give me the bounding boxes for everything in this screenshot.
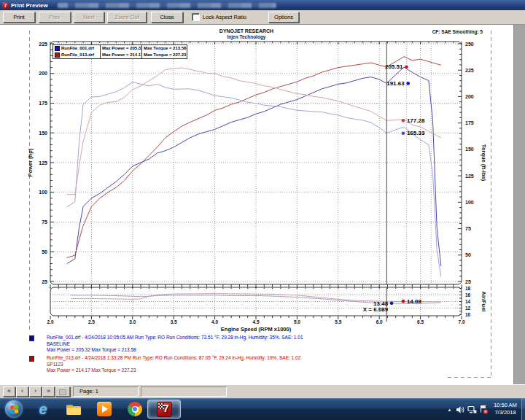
lock-aspect-ratio-checkbox[interactable] [192,13,200,21]
curve-runfile_001-drf-power [67,67,441,266]
power-tick-label: 125 [39,160,47,166]
rpm-tick-label: 4.0 [211,319,218,324]
marker-label: 165.33 [407,130,425,136]
taskbar-media-player[interactable] [92,400,117,419]
marker-label: 191.63 [386,80,405,87]
rpm-tick-label: 5.0 [294,319,300,324]
volume-icon[interactable] [456,405,465,414]
legend-swatch-blue [55,46,60,51]
last-page-button[interactable]: » [42,386,55,397]
show-desktop-button[interactable] [521,398,525,420]
legend-torque-2: Max Torque = 227.23 [141,52,187,58]
torque-tick-label: 225 [465,68,474,73]
marker-dot [390,302,394,306]
taskbar: 10:50 AM 7/3/2018 [0,398,525,420]
app-icon [2,2,9,9]
curve-runfile_013-drf-power [67,57,441,258]
page-number-panel: Page: 1 [73,386,139,397]
af-tick-label: 16 [465,292,471,298]
af-tick-label: 18 [465,286,471,291]
run2-color-swatch [29,356,34,362]
taskbar-windows-explorer[interactable] [61,400,86,419]
close-button[interactable]: Close [151,12,183,23]
torque-tick-label: 100 [465,200,474,205]
start-button[interactable] [1,400,26,419]
power-tick-label: 100 [39,190,47,195]
zoom-out-button: Zoom Out [107,12,147,23]
toolbar: Print Prev Next Zoom Out Close Lock Aspe… [0,10,525,25]
legend-row-run1: RunFile_001.drf Max Power = 205.32 Max T… [53,45,187,52]
titlebar[interactable]: Print Preview [0,0,525,10]
marker-label: 205.51 [385,63,403,70]
dynojet-winpep-icon [157,402,172,417]
rpm-tick-label: 2.5 [88,319,95,324]
show-hidden-icons-button[interactable] [445,405,454,414]
rpm-tick-label: 3.0 [129,319,136,324]
legend-power-1: Max Power = 205.32 [100,45,141,52]
print-icon-button [55,386,70,397]
previous-page-button[interactable]: ‹ [16,386,28,397]
torque-tick-label: 125 [465,174,474,179]
run1-conditions: RunFile_001.drf - 4/24/2018 10:05:05 AM … [47,335,303,341]
x-axis-title: Engine Speed (RPM x1000) [221,326,292,332]
report-page: DYNOJET RESEARCH Injen Technology CF: SA… [0,25,513,384]
status-panel [141,386,227,397]
lock-aspect-ratio-label[interactable]: Lock Aspect Ratio [203,14,246,20]
torque-axis-title: Torque (ft-lbs) [481,144,487,182]
marker-dot [402,300,405,303]
print-preview-window: Print Preview Print Prev Next Zoom Out C… [0,0,525,420]
power-tick-label: 75 [42,219,47,225]
rpm-tick-label: 7.0 [458,319,464,324]
main-curves [67,57,441,277]
rpm-tick-label: 3.5 [171,319,177,324]
cursor-x-label: X = 6.089 [363,306,389,313]
folder-icon [66,403,82,416]
print-button[interactable]: Print [3,12,35,23]
power-axis-title: Power (hp) [27,148,34,176]
af-tick-label: 10 [465,312,471,317]
legend-file-1: RunFile_001.drf [61,45,94,52]
action-center-flag-icon[interactable] [479,405,489,414]
power-tick-label: 25 [42,279,47,284]
preview-scroll-area[interactable] [513,25,525,384]
af-tick-label: 14 [465,299,471,304]
run2-name: SP1123 [47,362,300,368]
legend-file-2: RunFile_013.drf [61,52,94,58]
rpm-tick-label: 6.5 [417,319,424,324]
next-button: Next [74,12,104,23]
page-navigation-bar: « ‹ › » Page: 1 [0,384,525,398]
taskbar-dynojet-winpep-active[interactable] [147,400,181,419]
run1-name: BASELINE [47,341,303,348]
rpm-tick-label: 5.5 [335,319,341,324]
marker-dot [406,82,410,85]
marker-dot [402,119,405,122]
torque-tick-label: 175 [465,120,474,125]
legend-power-2: Max Power = 214.17 [100,52,141,58]
chrome-icon [128,402,142,416]
options-button[interactable]: Options [268,12,299,23]
rpm-tick-label: 4.5 [252,319,259,324]
network-icon[interactable] [467,405,477,414]
torque-tick-label: 200 [465,94,474,99]
clock-time: 10:50 AM [489,402,522,409]
legend-row-run2: RunFile_013.drf Max Power = 214.17 Max T… [53,52,187,58]
rpm-tick-label: 6.0 [376,319,383,324]
af-tick-label: 12 [465,306,471,311]
clock-date: 7/3/2018 [489,409,522,416]
taskbar-clock[interactable]: 10:50 AM 7/3/2018 [489,402,522,416]
curve-runfile_001-drf-torque [67,82,441,277]
torque-tick-label: 150 [465,147,474,152]
taskbar-chrome[interactable] [122,400,147,419]
torque-tick-label: 25 [465,279,471,284]
chart-legend: RunFile_001.drf Max Power = 205.32 Max T… [52,44,187,59]
torque-tick-label: 50 [465,252,471,257]
next-page-button[interactable]: › [29,386,42,397]
marker-label: 14.08 [407,298,422,305]
window-title: Print Preview [11,2,48,9]
power-tick-label: 200 [39,71,47,76]
run2-maxima: Max Power = 214.17 Max Torque = 227.23 [47,368,300,374]
marker-dot [402,131,405,135]
first-page-button[interactable]: « [3,386,15,397]
media-player-icon [97,402,112,416]
taskbar-internet-explorer[interactable] [31,400,55,419]
